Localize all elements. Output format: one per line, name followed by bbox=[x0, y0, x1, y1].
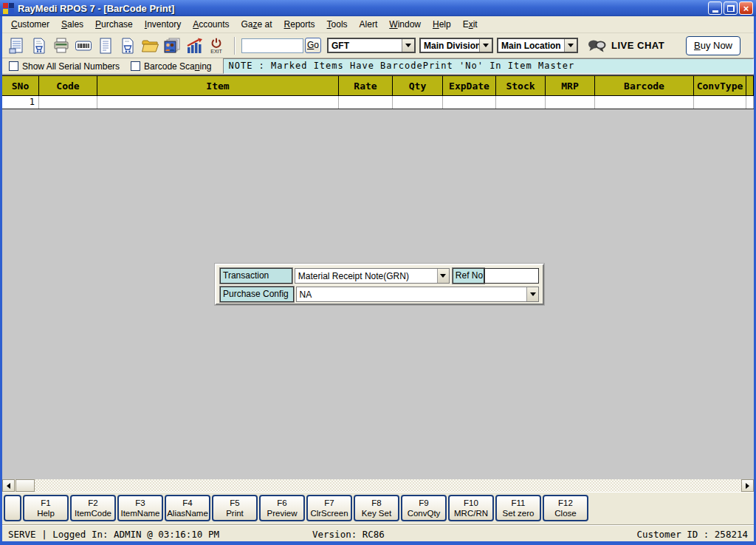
go-button[interactable]: Go bbox=[305, 38, 321, 53]
division-select[interactable]: Main Division bbox=[419, 38, 493, 53]
ref-no-input[interactable] bbox=[484, 268, 539, 284]
fkey-f2-itemcode-button[interactable]: F2ItemCode bbox=[70, 495, 116, 521]
invoice-icon[interactable] bbox=[7, 35, 27, 56]
column-header-sno: SNo bbox=[2, 76, 39, 95]
purchase-cart-icon[interactable] bbox=[117, 35, 138, 56]
column-header-mrp: MRP bbox=[546, 76, 595, 95]
chevron-down-icon[interactable] bbox=[402, 39, 414, 52]
menu-item-exit[interactable]: Exit bbox=[457, 17, 484, 32]
menu-item-window[interactable]: Window bbox=[383, 17, 427, 32]
cell-rate[interactable] bbox=[339, 96, 393, 109]
cell-convtype[interactable] bbox=[694, 96, 746, 109]
status-version: Version: RC86 bbox=[312, 529, 385, 540]
column-header-item: Item bbox=[97, 76, 339, 95]
scrollbar-track[interactable] bbox=[35, 479, 741, 492]
chevron-down-icon[interactable] bbox=[564, 39, 577, 52]
purchase-config-select[interactable]: NA bbox=[296, 287, 539, 302]
purchase-config-label: Purchase Config bbox=[220, 287, 294, 302]
menu-item-inventory[interactable]: Inventory bbox=[139, 17, 187, 32]
scroll-right-button[interactable] bbox=[741, 479, 754, 492]
chevron-down-icon[interactable] bbox=[479, 39, 492, 52]
fkey-f12-close-button[interactable]: F12Close bbox=[543, 495, 588, 521]
printer-icon[interactable] bbox=[51, 35, 72, 56]
menu-item-sales[interactable]: Sales bbox=[55, 17, 89, 32]
fkey-f6-preview-button[interactable]: F6Preview bbox=[259, 495, 305, 521]
location-select-value: Main Location bbox=[498, 41, 564, 51]
folder-icon[interactable] bbox=[140, 35, 160, 56]
customers-icon[interactable] bbox=[162, 35, 182, 56]
cell-barcode[interactable] bbox=[595, 96, 694, 109]
table-row[interactable]: 1 bbox=[2, 96, 754, 109]
app-logo-icon bbox=[3, 3, 14, 14]
show-all-serial-numbers-checkbox[interactable] bbox=[9, 61, 18, 71]
company-select[interactable]: GFT bbox=[327, 38, 416, 53]
live-chat-button[interactable]: LIVE CHAT bbox=[588, 38, 664, 53]
cell-expdate[interactable] bbox=[443, 96, 496, 109]
exit-icon-label: EXIT bbox=[210, 49, 222, 54]
restore-button[interactable] bbox=[724, 1, 738, 15]
fkey-blank-button[interactable] bbox=[4, 495, 21, 521]
cell-stock[interactable] bbox=[496, 96, 546, 109]
transaction-dialog: Transaction Material Receipt Note(GRN) R… bbox=[215, 264, 544, 305]
ref-no-label: Ref No bbox=[453, 268, 484, 284]
column-header-filler bbox=[746, 76, 754, 95]
barcode-icon[interactable] bbox=[73, 35, 94, 56]
exit-icon[interactable]: EXIT bbox=[206, 35, 227, 56]
options-row: Show All Serial Numbers Barcode Scaning … bbox=[2, 58, 754, 74]
fkey-f5-print-button[interactable]: F5Print bbox=[212, 495, 258, 521]
scrollbar-thumb[interactable] bbox=[16, 479, 35, 492]
barcode-scanning-checkbox[interactable] bbox=[131, 61, 140, 71]
menu-item-alert[interactable]: Alert bbox=[354, 17, 384, 32]
column-header-code: Code bbox=[39, 76, 97, 95]
cell-code[interactable] bbox=[39, 96, 97, 109]
column-header-qty: Qty bbox=[393, 76, 443, 95]
restore-icon bbox=[727, 5, 735, 12]
fkey-f8-keyset-button[interactable]: F8Key Set bbox=[354, 495, 399, 521]
chevron-down-icon[interactable] bbox=[437, 269, 449, 283]
minimize-icon bbox=[712, 10, 718, 13]
workspace: Transaction Material Receipt Note(GRN) R… bbox=[2, 109, 754, 479]
menu-item-customer[interactable]: Customer bbox=[5, 17, 55, 32]
transaction-select[interactable]: Material Receipt Note(GRN) bbox=[295, 268, 450, 284]
fkey-f11-setzero-button[interactable]: F11Set zero bbox=[495, 495, 541, 521]
purchase-config-select-value: NA bbox=[297, 289, 526, 300]
buy-now-button[interactable]: Buy Now bbox=[686, 36, 740, 55]
menu-item-reports[interactable]: Reports bbox=[278, 17, 321, 32]
cell-item[interactable] bbox=[97, 96, 339, 109]
menu-item-tools[interactable]: Tools bbox=[321, 17, 354, 32]
grid-header-row: SNo Code Item Rate Qty ExpDate Stock MRP… bbox=[2, 75, 754, 96]
fkey-f4-aliasname-button[interactable]: F4AliasName bbox=[165, 495, 210, 521]
menu-item-purchase[interactable]: Purchase bbox=[89, 17, 139, 32]
menu-bar: Customer Sales Purchase Inventory Accoun… bbox=[2, 16, 754, 33]
division-select-value: Main Division bbox=[421, 41, 479, 51]
close-button[interactable]: × bbox=[739, 1, 753, 15]
toolbar: EXIT Go GFT Main Division Main Location … bbox=[2, 33, 754, 58]
cell-sno[interactable]: 1 bbox=[2, 96, 39, 109]
cell-mrp[interactable] bbox=[546, 96, 595, 109]
fkey-f1-help-button[interactable]: F1Help bbox=[23, 495, 69, 521]
cell-filler bbox=[746, 96, 754, 109]
chevron-down-icon[interactable] bbox=[526, 287, 538, 301]
minimize-button[interactable] bbox=[708, 1, 722, 15]
menu-item-help[interactable]: Help bbox=[427, 17, 457, 32]
menu-item-accounts[interactable]: Accounts bbox=[187, 17, 235, 32]
fkey-f7-clrscreen-button[interactable]: F7ClrScreen bbox=[306, 495, 352, 521]
quick-search-input[interactable] bbox=[241, 38, 303, 53]
fkey-f9-convqty-button[interactable]: F9ConvQty bbox=[401, 495, 447, 521]
barcode-scanning-label: Barcode Scaning bbox=[144, 61, 211, 72]
title-bar: RayMedi RPOS 7 - [BarCode Print] × bbox=[0, 0, 756, 16]
sales-cart-icon[interactable] bbox=[29, 35, 49, 56]
location-select[interactable]: Main Location bbox=[497, 38, 578, 53]
column-header-stock: Stock bbox=[496, 76, 546, 95]
chart-icon[interactable] bbox=[184, 35, 205, 56]
fkey-f10-mrcrn-button[interactable]: F10MRC/RN bbox=[448, 495, 494, 521]
horizontal-scrollbar[interactable] bbox=[2, 479, 754, 492]
document-icon[interactable] bbox=[95, 35, 116, 56]
menu-item-gaze-at[interactable]: Gaze at bbox=[236, 17, 278, 32]
note-banner: NOTE : Marked Items Have BarcodePrint 'N… bbox=[223, 58, 754, 74]
fkey-f3-itemname-button[interactable]: F3ItemName bbox=[117, 495, 163, 521]
cell-qty[interactable] bbox=[393, 96, 443, 109]
scroll-left-button[interactable] bbox=[2, 479, 15, 492]
items-grid: SNo Code Item Rate Qty ExpDate Stock MRP… bbox=[2, 74, 754, 109]
window-title: RayMedi RPOS 7 - [BarCode Print] bbox=[18, 3, 174, 14]
